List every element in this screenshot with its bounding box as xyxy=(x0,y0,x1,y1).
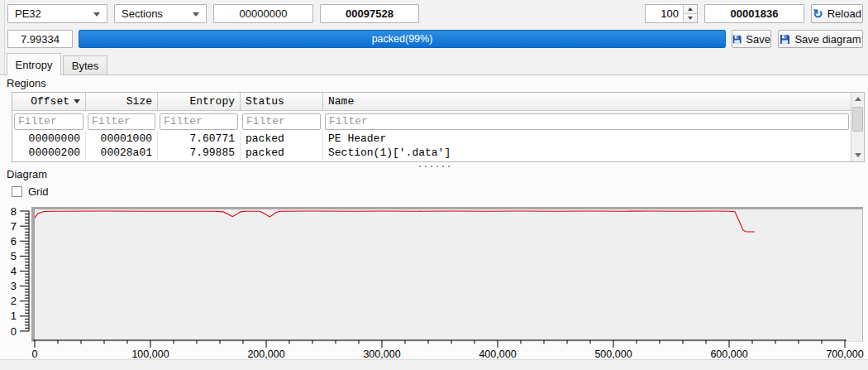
reload-button[interactable]: ↻ Reload xyxy=(811,4,863,23)
grid-checkbox-row[interactable]: Grid xyxy=(12,185,49,198)
save-icon xyxy=(732,34,742,45)
triangle-down-icon xyxy=(688,17,693,20)
filter-input-size[interactable] xyxy=(88,113,155,130)
scroll-down-button[interactable] xyxy=(851,149,864,161)
tab-bytes-label: Bytes xyxy=(72,60,99,72)
svg-text:4: 4 xyxy=(11,265,17,277)
reload-icon: ↻ xyxy=(813,7,823,20)
packed-progress-bar: packed(99%) xyxy=(79,30,726,48)
cell-offset: 00000000 xyxy=(12,132,86,146)
column-header-offset[interactable]: Offset xyxy=(12,93,86,111)
table-row[interactable]: 0000020000028a017.99885packedSection(1)[… xyxy=(12,146,851,160)
cell-name: Section(1)['.data'] xyxy=(323,146,851,160)
spin-up-button[interactable] xyxy=(684,5,697,13)
column-header-status[interactable]: Status xyxy=(241,93,323,111)
tab-entropy-label: Entropy xyxy=(16,59,53,71)
chevron-down-icon xyxy=(193,12,199,17)
base-address-field[interactable] xyxy=(704,4,804,23)
filter-row xyxy=(12,111,851,132)
chevron-down-icon xyxy=(93,12,100,17)
x-axis-ruler: 0100,000200,000300,000400,000500,000600,… xyxy=(31,339,865,360)
map-mode-select[interactable]: Sections xyxy=(114,4,207,23)
svg-text:600,000: 600,000 xyxy=(710,348,747,360)
y-axis-ruler: 012345678 xyxy=(2,207,31,339)
save-label: Save xyxy=(746,33,770,46)
svg-text:0: 0 xyxy=(32,348,38,360)
reload-label: Reload xyxy=(827,7,861,20)
cell-entropy: 7.99885 xyxy=(158,146,241,160)
filter-input-offset[interactable] xyxy=(14,113,83,130)
cell-name: PE Header xyxy=(323,132,851,146)
svg-text:7: 7 xyxy=(11,220,17,233)
offset-field[interactable] xyxy=(213,4,313,23)
regions-table: Offset Size Entropy Status Name 00000000… xyxy=(12,92,865,162)
triangle-up-icon xyxy=(688,7,693,11)
cell-entropy: 7.60771 xyxy=(158,132,241,146)
map-mode-value: Sections xyxy=(122,7,163,20)
svg-text:1: 1 xyxy=(11,310,17,322)
grid-checkbox-label: Grid xyxy=(28,185,49,198)
svg-text:100,000: 100,000 xyxy=(131,348,169,360)
table-header-row: Offset Size Entropy Status Name xyxy=(12,93,851,111)
scrollbar-thumb[interactable] xyxy=(852,107,863,132)
table-body: 00000000000010007.60771packedPE Header00… xyxy=(12,132,851,160)
diagram-section-label: Diagram xyxy=(7,168,47,180)
entropy-diagram: 012345678 0100,000200,000300,000400,0005… xyxy=(0,202,868,359)
bottom-strip xyxy=(0,359,868,370)
svg-text:6: 6 xyxy=(11,235,17,247)
regions-section-label: Regions xyxy=(7,77,46,89)
count-value: 100 xyxy=(646,5,683,22)
svg-text:700,000: 700,000 xyxy=(826,348,863,360)
sort-descending-icon xyxy=(74,99,80,103)
filter-input-status[interactable] xyxy=(242,113,321,130)
cell-size: 00028a01 xyxy=(86,146,158,160)
horizontal-splitter[interactable] xyxy=(0,164,868,168)
filter-input-entropy[interactable] xyxy=(160,113,238,130)
cell-status: packed xyxy=(241,146,323,160)
svg-text:200,000: 200,000 xyxy=(247,348,284,360)
save-button[interactable]: Save xyxy=(732,30,771,48)
column-header-entropy-label: Entropy xyxy=(189,95,235,108)
svg-text:0: 0 xyxy=(11,325,17,338)
save-diagram-button[interactable]: Save diagram xyxy=(778,30,863,48)
cell-offset: 00000200 xyxy=(12,146,86,160)
svg-text:400,000: 400,000 xyxy=(479,348,516,360)
packed-progress-label: packed(99%) xyxy=(372,33,433,45)
column-header-name-label: Name xyxy=(328,95,354,108)
svg-text:3: 3 xyxy=(11,280,17,292)
size-field[interactable] xyxy=(320,4,419,23)
triangle-down-icon xyxy=(855,153,861,157)
save-diagram-label: Save diagram xyxy=(794,33,861,46)
table-row[interactable]: 00000000000010007.60771packedPE Header xyxy=(12,132,851,146)
column-header-size[interactable]: Size xyxy=(86,93,158,111)
svg-text:300,000: 300,000 xyxy=(363,348,400,360)
save-diagram-icon xyxy=(780,34,790,45)
column-header-entropy[interactable]: Entropy xyxy=(158,93,241,111)
total-entropy-field[interactable] xyxy=(7,30,73,48)
column-header-offset-label: Offset xyxy=(31,95,69,108)
filter-input-name[interactable] xyxy=(325,113,849,130)
svg-text:500,000: 500,000 xyxy=(594,348,632,360)
tab-entropy[interactable]: Entropy xyxy=(7,53,61,75)
svg-text:5: 5 xyxy=(11,250,17,262)
table-scrollbar[interactable] xyxy=(851,93,864,161)
tab-bytes[interactable]: Bytes xyxy=(63,55,107,74)
cell-size: 00001000 xyxy=(86,132,158,146)
file-type-value: PE32 xyxy=(15,7,41,20)
column-header-size-label: Size xyxy=(126,95,152,108)
entropy-line-chart xyxy=(35,209,862,341)
svg-text:2: 2 xyxy=(11,295,17,307)
scroll-up-button[interactable] xyxy=(851,93,864,105)
triangle-up-icon xyxy=(855,97,861,101)
grid-checkbox[interactable] xyxy=(12,186,22,197)
svg-text:8: 8 xyxy=(11,205,17,218)
column-header-name[interactable]: Name xyxy=(323,93,851,111)
count-spinner[interactable]: 100 xyxy=(645,4,698,23)
plot-area xyxy=(31,207,863,342)
spin-down-button[interactable] xyxy=(684,13,697,22)
die-entropy-window: PE32 Sections 100 ↻ Reload packed(99%) S… xyxy=(0,0,868,370)
column-header-status-label: Status xyxy=(246,95,284,108)
file-type-select[interactable]: PE32 xyxy=(7,4,107,23)
cell-status: packed xyxy=(241,132,323,146)
